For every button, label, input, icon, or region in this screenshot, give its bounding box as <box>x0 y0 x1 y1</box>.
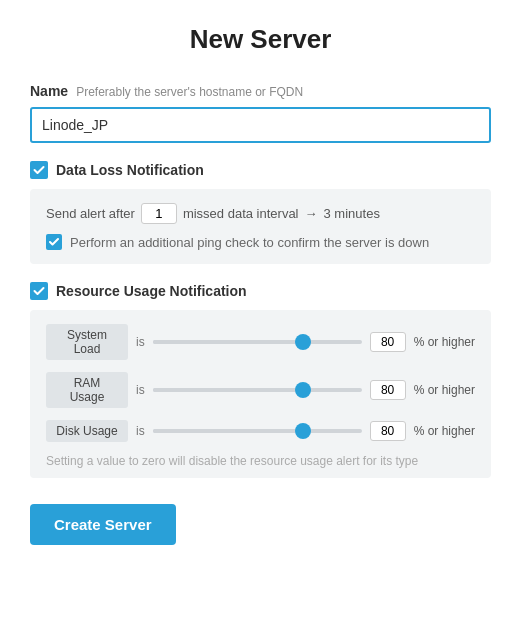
resource-suffix-1: % or higher <box>414 383 475 397</box>
slider-thumb-1[interactable] <box>295 382 311 398</box>
ping-row: Perform an additional ping check to conf… <box>46 234 475 250</box>
resource-row: RAM Usage is % or higher <box>46 372 475 408</box>
name-input[interactable] <box>30 107 491 143</box>
resource-value-input-0[interactable] <box>370 332 406 352</box>
ping-checkbox[interactable] <box>46 234 62 250</box>
page-title: New Server <box>30 24 491 55</box>
resource-label-0: System Load <box>46 324 128 360</box>
resource-slider-2[interactable] <box>153 428 362 434</box>
resource-suffix-2: % or higher <box>414 424 475 438</box>
resource-usage-box: System Load is % or higher RAM Usage is … <box>30 310 491 478</box>
resource-usage-title: Resource Usage Notification <box>56 283 247 299</box>
slider-fill-0 <box>153 340 303 344</box>
slider-thumb-2[interactable] <box>295 423 311 439</box>
alert-row: Send alert after missed data interval → … <box>46 203 475 224</box>
data-loss-checkbox[interactable] <box>30 161 48 179</box>
resource-usage-checkbox[interactable] <box>30 282 48 300</box>
resource-row: Disk Usage is % or higher <box>46 420 475 442</box>
resource-hint: Setting a value to zero will disable the… <box>46 454 475 468</box>
ping-label: Perform an additional ping check to conf… <box>70 235 429 250</box>
resource-suffix-0: % or higher <box>414 335 475 349</box>
missed-label: missed data interval <box>183 206 299 221</box>
resource-value-input-1[interactable] <box>370 380 406 400</box>
resource-value-input-2[interactable] <box>370 421 406 441</box>
resource-is-1: is <box>136 383 145 397</box>
name-field-label-row: Name Preferably the server's hostname or… <box>30 83 491 99</box>
data-loss-title: Data Loss Notification <box>56 162 204 178</box>
resource-usage-header: Resource Usage Notification <box>30 282 491 300</box>
data-loss-header: Data Loss Notification <box>30 161 491 179</box>
page-container: New Server Name Preferably the server's … <box>0 0 521 575</box>
slider-track-1 <box>153 388 362 392</box>
resource-is-2: is <box>136 424 145 438</box>
resource-slider-1[interactable] <box>153 387 362 393</box>
slider-fill-1 <box>153 388 303 392</box>
slider-track-0 <box>153 340 362 344</box>
slider-thumb-0[interactable] <box>295 334 311 350</box>
create-server-button[interactable]: Create Server <box>30 504 176 545</box>
slider-track-2 <box>153 429 362 433</box>
resource-label-1: RAM Usage <box>46 372 128 408</box>
name-label: Name <box>30 83 68 99</box>
alert-label: Send alert after <box>46 206 135 221</box>
arrow: → <box>305 206 318 221</box>
resource-is-0: is <box>136 335 145 349</box>
resource-label-2: Disk Usage <box>46 420 128 442</box>
resource-slider-0[interactable] <box>153 339 362 345</box>
slider-fill-2 <box>153 429 303 433</box>
name-hint: Preferably the server's hostname or FQDN <box>76 85 303 99</box>
data-loss-box: Send alert after missed data interval → … <box>30 189 491 264</box>
resource-row: System Load is % or higher <box>46 324 475 360</box>
alert-value-input[interactable] <box>141 203 177 224</box>
interval-text: 3 minutes <box>324 206 380 221</box>
